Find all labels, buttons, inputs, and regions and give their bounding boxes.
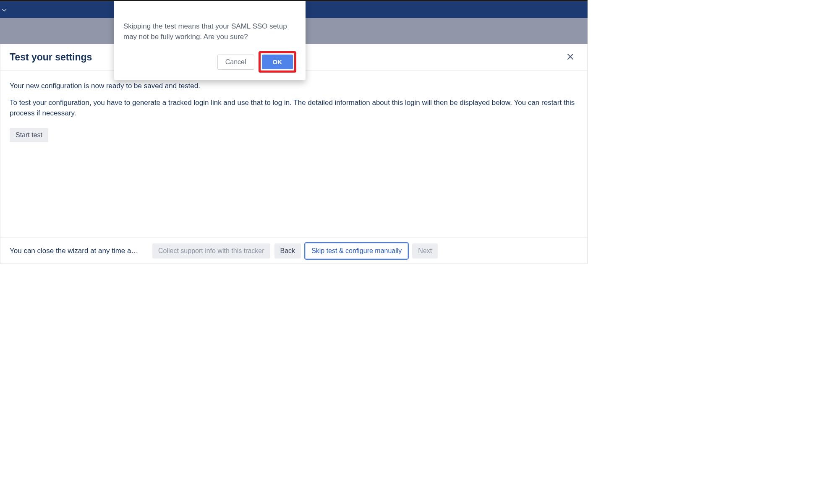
instructions-text: To test your configuration, you have to … <box>10 97 578 119</box>
confirmation-dialog: Skipping the test means that your SAML S… <box>114 1 306 80</box>
intro-text: Your new configuration is now ready to b… <box>10 81 578 91</box>
skip-test-button[interactable]: Skip test & configure manually <box>305 243 408 259</box>
page-title: Test your settings <box>10 52 92 63</box>
start-test-button[interactable]: Start test <box>10 128 48 142</box>
ok-button[interactable]: OK <box>262 55 293 69</box>
ok-button-highlight: OK <box>259 51 297 73</box>
panel-body: Your new configuration is now ready to b… <box>0 71 587 238</box>
next-button[interactable]: Next <box>412 243 438 259</box>
back-button[interactable]: Back <box>274 243 301 259</box>
close-icon[interactable] <box>563 51 578 64</box>
dialog-message: Skipping the test means that your SAML S… <box>123 21 296 42</box>
panel-footer: You can close the wizard at any time and… <box>0 238 587 264</box>
dialog-button-row: Cancel OK <box>123 51 296 73</box>
chevron-down-icon[interactable] <box>2 6 7 13</box>
footer-info-text: You can close the wizard at any time and… <box>10 247 140 255</box>
collect-support-info-button[interactable]: Collect support info with this tracker <box>152 243 270 259</box>
cancel-button[interactable]: Cancel <box>217 55 254 70</box>
